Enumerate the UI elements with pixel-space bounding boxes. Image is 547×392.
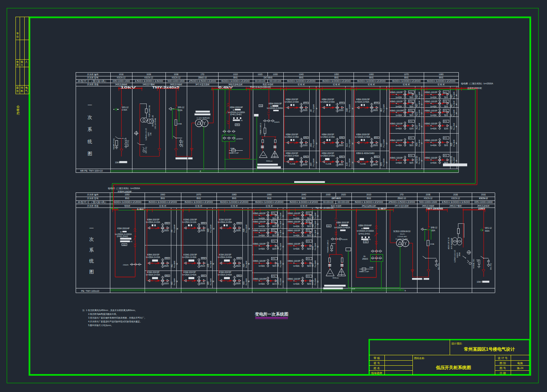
svg-text:Pe=8kW: Pe=8kW <box>173 260 176 268</box>
svg-text:50/5: 50/5 <box>410 114 413 116</box>
svg-text:KBM-200/3P: KBM-200/3P <box>322 133 334 136</box>
svg-text:LZZBJ9-12-0.25: LZZBJ9-12-0.25 <box>454 250 456 262</box>
svg-text:600×1000×2200: 600×1000×2200 <box>221 80 250 82</box>
svg-text:3P09: 3P09 <box>237 258 241 259</box>
svg-text:ZBW2-10: ZBW2-10 <box>397 197 406 200</box>
svg-text:SFB-12: SFB-12 <box>431 227 438 229</box>
svg-text:Pe=5kW: Pe=5kW <box>314 220 316 228</box>
svg-text:D01-T/Q: D01-T/Q <box>181 141 183 147</box>
svg-text:图 号: 图 号 <box>499 367 506 370</box>
svg-text:Pe=8kW: Pe=8kW <box>418 139 420 147</box>
svg-text:人: 人 <box>25 61 28 63</box>
svg-text:Pe=3kW: Pe=3kW <box>418 109 420 116</box>
svg-text:电施: 电施 <box>517 362 523 364</box>
svg-text:3P05: 3P05 <box>202 223 205 224</box>
svg-text:BNS: BNS <box>234 77 238 79</box>
svg-text:2302: 2302 <box>260 105 263 107</box>
svg-text:电: 电 <box>25 86 28 89</box>
svg-text:次: 次 <box>88 115 92 120</box>
svg-text:E3/5: E3/5 <box>410 128 414 130</box>
svg-text:KBM1-100/3P: KBM1-100/3P <box>288 230 300 232</box>
svg-text:E0/5: E0/5 <box>272 248 277 250</box>
svg-text:9F: 9F <box>316 161 318 163</box>
svg-text:3P06: 3P06 <box>202 258 205 259</box>
svg-text:50/5: 50/5 <box>307 283 311 285</box>
svg-text:4P16: 4P16 <box>409 155 413 157</box>
svg-text:3P02: 3P02 <box>165 223 169 224</box>
svg-text:203D: 203D <box>326 194 331 196</box>
svg-text:Pe=8kW: Pe=8kW <box>453 139 455 147</box>
svg-text:3P19: 3P19 <box>307 230 310 231</box>
svg-text:In=1000A,I1=600A: In=1000A,I1=600A <box>267 107 283 109</box>
svg-text:210/3: 210/3 <box>303 144 308 147</box>
svg-text:AE3: AE3 <box>277 215 280 219</box>
svg-text:600×1000×2200: 600×1000×2200 <box>185 201 214 203</box>
svg-text:9E: 9E <box>317 281 319 283</box>
svg-text:106D: 106D <box>369 73 374 76</box>
svg-text:600×1000×2200: 600×1000×2200 <box>270 80 281 82</box>
svg-text:图 别: 图 别 <box>499 362 506 365</box>
svg-text:日 期: 日 期 <box>499 372 506 375</box>
svg-text:In=250A,I1=60A: In=250A,I1=60A <box>182 274 197 276</box>
svg-text:结: 结 <box>21 86 23 89</box>
svg-text:A33: A33 <box>450 126 453 129</box>
svg-text:KBM1-100/3PA: KBM1-100/3PA <box>253 278 267 280</box>
svg-text:Pe=3kW: Pe=3kW <box>314 212 316 219</box>
svg-text:In=250A,I1=20A: In=250A,I1=20A <box>146 256 160 258</box>
svg-text:Pe=7kW: Pe=7kW <box>453 123 455 130</box>
svg-text:103D: 103D <box>273 73 278 76</box>
svg-text:108D: 108D <box>439 73 444 76</box>
svg-text:KBM1-100/3P: KBM1-100/3P <box>390 139 403 142</box>
svg-text:M: M <box>339 224 341 226</box>
svg-text:I2=4r1,I3=8r1: I2=4r1,I3=8r1 <box>230 114 242 116</box>
svg-text:ORT-MVS: ORT-MVS <box>332 197 341 200</box>
svg-text:4×: 4× <box>364 255 366 258</box>
svg-text:In=2500A,I1=1600A: In=2500A,I1=1600A <box>357 230 374 232</box>
svg-text:审 核: 审 核 <box>374 357 380 359</box>
svg-text:9F: 9F <box>421 159 423 162</box>
svg-text:9E: 9E <box>282 245 284 248</box>
svg-text:注:: 注: <box>82 309 85 311</box>
svg-text:KSCN-12: KSCN-12 <box>145 77 153 79</box>
svg-text:A9B: A9B <box>243 228 245 232</box>
svg-text:Pe=5kW: Pe=5kW <box>418 157 420 164</box>
svg-text:I1=63A: I1=63A <box>326 163 331 165</box>
svg-text:TN-C-S 4×(2×100×10): TN-C-S 4×(2×100×10) <box>250 86 271 89</box>
svg-text:3P13: 3P13 <box>272 230 276 231</box>
svg-text:101E: 101E <box>119 73 123 76</box>
svg-text:50/5: 50/5 <box>272 265 276 267</box>
svg-text:3P07: 3P07 <box>202 275 205 277</box>
svg-text:2302: 2302 <box>364 241 367 243</box>
svg-text:9F: 9F <box>456 125 458 127</box>
svg-text:Pe=16kW: Pe=16kW <box>349 139 351 147</box>
svg-text:600×1000×2200: 600×1000×2200 <box>392 80 421 82</box>
svg-text:9E: 9E <box>282 223 284 225</box>
svg-text:102D: 102D <box>258 73 263 76</box>
svg-text:图: 图 <box>17 63 19 66</box>
svg-text:2TD: 2TD <box>400 194 404 196</box>
svg-text:4P20: 4P20 <box>444 121 448 122</box>
svg-text:E0.5: E0.5 <box>272 283 277 285</box>
svg-text:250/3: 250/3 <box>338 144 343 147</box>
svg-text:KBM1-100/3P: KBM1-100/3P <box>425 110 438 112</box>
svg-text:50/5: 50/5 <box>307 235 311 237</box>
svg-text:KBM-2000/3P: KBM-2000/3P <box>269 102 282 105</box>
svg-text:一: 一 <box>88 103 92 108</box>
svg-text:50/5: 50/5 <box>444 114 448 116</box>
svg-text:Pe=16kW: Pe=16kW <box>313 139 315 147</box>
svg-text:300kvar: 300kvar <box>332 277 339 279</box>
svg-text:A8X: A8X <box>243 281 245 285</box>
svg-text:统: 统 <box>89 258 94 263</box>
svg-text:In=60A: In=60A <box>259 265 265 267</box>
svg-text:Pe=10kW: Pe=10kW <box>173 224 176 233</box>
svg-text:YBJP-10W/0.5A: YBJP-10W/0.5A <box>148 105 150 117</box>
svg-text:9E: 9E <box>177 228 178 230</box>
svg-text:KSM-200/3P: KSM-200/3P <box>219 218 232 221</box>
svg-text:外型尺寸（宽×深×高）: 外型尺寸（宽×深×高） <box>78 201 108 204</box>
svg-text:开关柜 型号: 开关柜 型号 <box>87 76 98 79</box>
svg-text:母线槽（三相五线制）In=2500A: 母线槽（三相五线制）In=2500A <box>461 82 494 85</box>
svg-text:Pe=20kW: Pe=20kW <box>383 139 385 147</box>
svg-text:2302: 2302 <box>123 244 126 246</box>
svg-text:D01-T/Q: D01-T/Q <box>490 263 492 270</box>
svg-text:KSM-200/3P: KSM-200/3P <box>183 271 196 273</box>
